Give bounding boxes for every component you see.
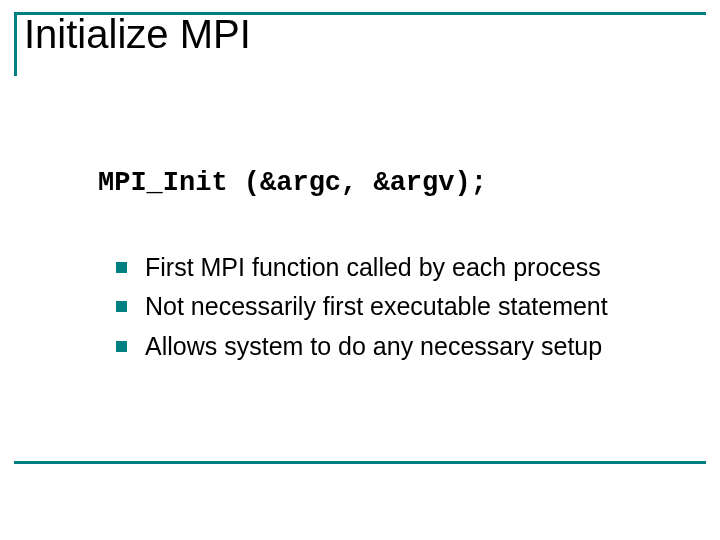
bullet-icon	[116, 301, 127, 312]
bullet-icon	[116, 341, 127, 352]
bullet-text: Allows system to do any necessary setup	[145, 331, 602, 362]
list-item: Not necessarily first executable stateme…	[116, 291, 676, 322]
list-item: First MPI function called by each proces…	[116, 252, 676, 283]
slide: Initialize MPI MPI_Init (&argc, &argv); …	[0, 0, 720, 540]
bullet-text: First MPI function called by each proces…	[145, 252, 601, 283]
bottom-rule	[14, 461, 706, 464]
code-snippet: MPI_Init (&argc, &argv);	[98, 168, 487, 198]
list-item: Allows system to do any necessary setup	[116, 331, 676, 362]
bullet-icon	[116, 262, 127, 273]
bullet-list: First MPI function called by each proces…	[116, 252, 676, 370]
slide-title: Initialize MPI	[24, 12, 251, 57]
bullet-text: Not necessarily first executable stateme…	[145, 291, 608, 322]
